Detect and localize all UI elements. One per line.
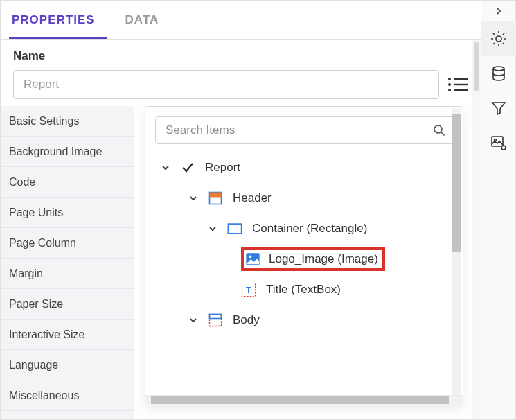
svg-rect-15 [210,315,222,326]
tree-node-report[interactable]: Report [155,152,449,183]
tree-node-container[interactable]: Container (Rectangle) [155,213,449,244]
settings-row-page-units[interactable]: Page Units [1,198,134,228]
gear-icon [490,30,508,48]
tab-data[interactable]: DATA [123,1,172,39]
highlight-box: Logo_Image (Image) [241,247,385,271]
svg-point-21 [501,146,506,150]
svg-point-12 [249,256,252,259]
svg-point-0 [448,78,451,80]
tree-node-header[interactable]: Header [155,183,449,213]
tree-node-title[interactable]: T Title (TextBox) [155,274,449,305]
svg-rect-16 [210,315,222,319]
tree-label: Body [233,313,260,327]
tree-label: Logo_Image (Image) [269,252,378,266]
tree-node-logo-image[interactable]: Logo_Image (Image) [155,244,449,274]
item-list-icon[interactable] [446,73,468,96]
sidebar-settings[interactable] [481,21,516,56]
settings-row-code[interactable]: Code [1,167,134,198]
name-input[interactable] [13,70,439,99]
popup-horizontal-scrollbar[interactable] [145,395,463,405]
tree-label: Title (TextBox) [266,283,341,297]
panel-vertical-scrollbar[interactable] [472,40,481,419]
sidebar-data[interactable] [481,56,516,91]
svg-point-17 [496,36,501,42]
tree-node-body[interactable]: Body [155,305,449,335]
svg-point-4 [448,89,451,91]
settings-row-interactive-size[interactable]: Interactive Size [1,320,134,350]
right-sidebar [481,1,515,419]
body-icon [208,313,223,328]
sidebar-filter[interactable] [481,91,516,125]
svg-text:T: T [246,285,251,295]
tree-label: Header [233,191,272,205]
settings-row-basic[interactable]: Basic Settings [1,106,134,137]
svg-rect-9 [210,193,222,198]
tree-label: Container (Rectangle) [252,222,367,236]
svg-point-2 [448,83,451,86]
image-icon [245,252,260,267]
svg-rect-19 [492,137,503,146]
svg-point-6 [434,125,442,133]
svg-line-7 [441,132,445,136]
search-input[interactable] [164,123,433,138]
search-icon [433,124,445,137]
textbox-icon: T [241,282,256,297]
filter-icon [490,100,507,116]
settings-row-margin[interactable]: Margin [1,259,134,289]
settings-row-background-image[interactable]: Background Image [1,137,134,167]
settings-row-paper-size[interactable]: Paper Size [1,289,134,320]
item-tree-popup: Report Header [145,106,463,405]
sidebar-image-settings[interactable] [481,125,516,160]
chevron-down-icon [206,222,219,235]
collapse-sidebar[interactable] [481,1,515,21]
check-icon [180,160,195,175]
settings-row-language[interactable]: Language [1,350,134,380]
name-section: Name [1,40,481,106]
chevron-down-icon [187,314,199,326]
settings-categories: Basic Settings Background Image Code Pag… [1,106,134,419]
name-label: Name [13,49,468,63]
chevron-down-icon [159,161,172,174]
tree-label: Report [205,161,240,175]
header-icon [208,191,223,206]
image-gear-icon [490,134,507,151]
property-tabs: PROPERTIES DATA [1,1,481,40]
svg-point-18 [493,67,504,71]
settings-row-miscellaneous[interactable]: Miscellaneous [1,380,134,411]
chevron-down-icon [187,192,199,204]
tab-properties[interactable]: PROPERTIES [9,1,107,39]
svg-rect-10 [228,224,241,234]
database-icon [490,65,507,82]
popup-vertical-scrollbar[interactable] [452,108,461,395]
rectangle-icon [227,221,242,236]
settings-row-page-column[interactable]: Page Column [1,228,134,259]
search-items[interactable] [155,116,454,144]
